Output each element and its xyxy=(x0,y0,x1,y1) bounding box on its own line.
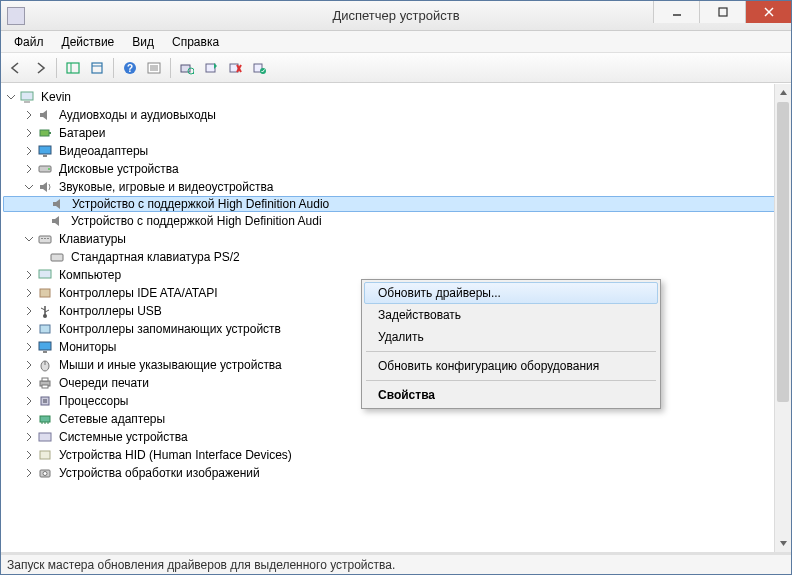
status-text: Запуск мастера обновления драйверов для … xyxy=(7,558,395,572)
enable-button[interactable] xyxy=(248,57,270,79)
expand-icon[interactable] xyxy=(23,413,35,425)
minimize-button[interactable] xyxy=(653,1,699,23)
sound-icon xyxy=(37,179,53,195)
tree-category[interactable]: Батареи xyxy=(3,124,789,142)
maximize-button[interactable] xyxy=(699,1,745,23)
battery-icon xyxy=(37,125,53,141)
tree-category[interactable]: Сетевые адаптеры xyxy=(3,410,789,428)
back-button[interactable] xyxy=(5,57,27,79)
collapse-icon[interactable] xyxy=(5,91,17,103)
expand-icon[interactable] xyxy=(23,341,35,353)
cpu-icon xyxy=(37,393,53,409)
scan-hardware-button[interactable] xyxy=(176,57,198,79)
expand-icon[interactable] xyxy=(23,359,35,371)
toolbar-separator xyxy=(170,58,171,78)
expand-icon[interactable] xyxy=(23,431,35,443)
tree-category[interactable]: Устройства HID (Human Interface Devices) xyxy=(3,446,789,464)
context-menu: Обновить драйверы... Задействовать Удали… xyxy=(361,279,661,409)
ctx-delete[interactable]: Удалить xyxy=(364,326,658,348)
svg-rect-56 xyxy=(39,433,51,441)
toolbar-separator xyxy=(56,58,57,78)
status-bar: Запуск мастера обновления драйверов для … xyxy=(1,552,791,574)
update-driver-button[interactable] xyxy=(200,57,222,79)
show-hide-tree-button[interactable] xyxy=(62,57,84,79)
svg-rect-37 xyxy=(40,289,50,297)
svg-rect-57 xyxy=(40,451,50,459)
collapse-icon[interactable] xyxy=(23,181,35,193)
scroll-down-button[interactable] xyxy=(775,535,791,552)
menu-view[interactable]: Вид xyxy=(123,33,163,51)
ctx-separator xyxy=(366,351,656,352)
scroll-up-button[interactable] xyxy=(775,84,791,101)
storage-controller-icon xyxy=(37,321,53,337)
expand-icon[interactable] xyxy=(23,269,35,281)
expand-icon[interactable] xyxy=(23,145,35,157)
svg-rect-26 xyxy=(49,132,51,134)
window-buttons xyxy=(653,1,791,23)
expand-icon[interactable] xyxy=(23,287,35,299)
tree-category[interactable]: Клавиатуры xyxy=(3,230,789,248)
tree-category[interactable]: Звуковые, игровые и видеоустройства xyxy=(3,178,789,196)
disk-icon xyxy=(37,161,53,177)
uninstall-button[interactable] xyxy=(224,57,246,79)
svg-rect-34 xyxy=(47,238,49,239)
computer-icon xyxy=(37,267,53,283)
tree-category[interactable]: Устройства обработки изображений xyxy=(3,464,789,482)
menu-action[interactable]: Действие xyxy=(53,33,124,51)
tree-category[interactable]: Дисковые устройства xyxy=(3,160,789,178)
expand-icon[interactable] xyxy=(23,127,35,139)
tree-device[interactable]: Устройство с поддержкой High Definition … xyxy=(3,212,789,230)
details-button[interactable] xyxy=(143,57,165,79)
sound-device-icon xyxy=(49,213,65,229)
svg-rect-23 xyxy=(21,92,33,100)
tree-device[interactable]: Стандартная клавиатура PS/2 xyxy=(3,248,789,266)
properties-button[interactable] xyxy=(86,57,108,79)
expand-icon[interactable] xyxy=(23,395,35,407)
menu-file[interactable]: Файл xyxy=(5,33,53,51)
hid-icon xyxy=(37,447,53,463)
collapse-icon[interactable] xyxy=(23,233,35,245)
svg-point-59 xyxy=(43,472,47,476)
ctx-properties[interactable]: Свойства xyxy=(364,384,658,406)
svg-rect-36 xyxy=(39,270,51,278)
device-manager-window: Диспетчер устройств Файл Действие Вид Сп… xyxy=(0,0,792,575)
expand-icon[interactable] xyxy=(23,109,35,121)
ide-controller-icon xyxy=(37,285,53,301)
svg-rect-25 xyxy=(40,130,49,136)
expand-icon[interactable] xyxy=(23,305,35,317)
toolbar-separator xyxy=(113,58,114,78)
expand-icon[interactable] xyxy=(23,163,35,175)
ctx-scan-hardware[interactable]: Обновить конфигурацию оборудования xyxy=(364,355,658,377)
tree-category[interactable]: Системные устройства xyxy=(3,428,789,446)
expand-icon[interactable] xyxy=(23,377,35,389)
forward-button[interactable] xyxy=(29,57,51,79)
vertical-scrollbar[interactable] xyxy=(774,84,791,552)
expand-icon[interactable] xyxy=(23,467,35,479)
svg-rect-35 xyxy=(51,254,63,261)
expand-icon[interactable] xyxy=(23,323,35,335)
help-button[interactable]: ? xyxy=(119,57,141,79)
system-device-icon xyxy=(37,429,53,445)
imaging-icon xyxy=(37,465,53,481)
close-button[interactable] xyxy=(745,1,791,23)
tree-root[interactable]: Kevin xyxy=(3,88,789,106)
tree-category[interactable]: Аудиовходы и аудиовыходы xyxy=(3,106,789,124)
tree-category[interactable]: Видеоадаптеры xyxy=(3,142,789,160)
scroll-thumb[interactable] xyxy=(777,102,789,402)
computer-icon xyxy=(19,89,35,105)
ctx-update-drivers[interactable]: Обновить драйверы... xyxy=(364,282,658,304)
svg-rect-43 xyxy=(39,342,51,350)
content-area: Kevin Аудиовходы и аудиовыходы Батареи В… xyxy=(1,83,791,552)
svg-rect-1 xyxy=(719,8,727,16)
svg-rect-4 xyxy=(67,63,79,73)
display-adapter-icon xyxy=(37,143,53,159)
svg-rect-51 xyxy=(43,399,47,403)
svg-rect-6 xyxy=(92,63,102,73)
usb-icon xyxy=(37,303,53,319)
tree-device-selected[interactable]: Устройство с поддержкой High Definition … xyxy=(3,196,789,212)
svg-rect-33 xyxy=(44,238,46,239)
menu-help[interactable]: Справка xyxy=(163,33,228,51)
network-icon xyxy=(37,411,53,427)
ctx-enable[interactable]: Задействовать xyxy=(364,304,658,326)
expand-icon[interactable] xyxy=(23,449,35,461)
